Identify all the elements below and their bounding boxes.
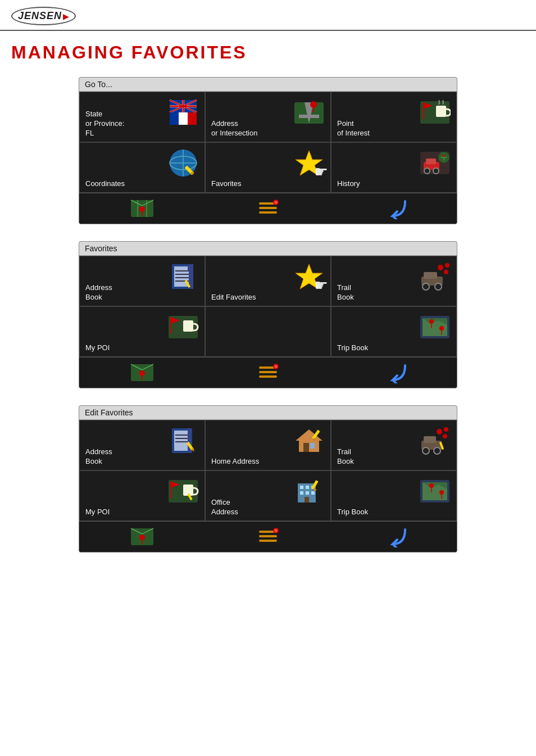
svg-point-57 xyxy=(435,283,442,290)
editfav-screen-title: Edit Favorites xyxy=(79,406,457,420)
history-label: History xyxy=(337,179,360,189)
svg-rect-88 xyxy=(303,443,309,452)
svg-point-95 xyxy=(434,447,440,454)
mypoi-edit-icon xyxy=(166,476,200,506)
editfav-bottom-bar xyxy=(79,521,457,552)
svg-marker-53 xyxy=(296,264,322,289)
fav-map-btn[interactable] xyxy=(79,357,205,388)
svg-point-56 xyxy=(423,283,429,290)
tripbook-edit-cell[interactable]: Trip Book xyxy=(331,470,457,521)
addrbook-cell[interactable]: AddressBook xyxy=(79,256,205,306)
tripbook-cell[interactable]: Trip Book xyxy=(331,306,457,357)
goto-map-btn[interactable] xyxy=(79,193,205,224)
state-icon xyxy=(166,97,200,128)
svg-rect-12 xyxy=(188,112,197,125)
screen-container: Go To... xyxy=(0,69,536,561)
svg-point-98 xyxy=(443,434,447,438)
fav-back-btn[interactable] xyxy=(331,357,457,388)
editfav-menu-btn[interactable] xyxy=(205,522,331,552)
goto-grid: Stateor Province:FL Addressor Intersect xyxy=(79,92,457,193)
trailbook-edit-icon xyxy=(418,425,452,456)
trailbook-icon xyxy=(418,261,452,292)
trailbook-label: TrailBook xyxy=(337,283,354,302)
goto-title: Go To... xyxy=(79,78,457,92)
mypoi-cell[interactable]: My POI xyxy=(79,306,205,357)
svg-point-31 xyxy=(433,168,439,174)
svg-marker-26 xyxy=(296,151,322,175)
trailbook-edit-label: TrailBook xyxy=(337,447,354,467)
svg-point-119 xyxy=(439,490,444,495)
coords-cell[interactable]: Coordinates xyxy=(79,142,205,193)
editfav-cell[interactable]: Edit Favorites xyxy=(205,256,331,306)
editfav-grid: AddressBook Home Address xyxy=(79,420,457,521)
poi-cell[interactable]: Pointof Interest xyxy=(331,92,457,142)
trailbook-cell[interactable]: TrailBook xyxy=(331,256,457,306)
tripbook-icon xyxy=(418,311,452,342)
favorites-title: Favorites xyxy=(79,242,457,256)
editfav-icon xyxy=(292,261,326,292)
svg-point-30 xyxy=(424,168,430,174)
favorites-label: Favorites xyxy=(211,179,241,189)
svg-point-97 xyxy=(444,427,448,432)
officeaddr-icon xyxy=(292,476,326,506)
header: JENSEN ▶ xyxy=(0,0,536,31)
svg-rect-109 xyxy=(300,491,303,495)
svg-rect-55 xyxy=(424,272,437,279)
logo: JENSEN ▶ xyxy=(11,7,76,25)
fav-menu-btn[interactable] xyxy=(205,357,331,388)
svg-rect-62 xyxy=(183,320,193,332)
svg-rect-11 xyxy=(179,112,188,125)
goto-back-btn[interactable] xyxy=(331,193,457,224)
goto-screen: Go To... xyxy=(79,77,457,224)
addrbook-edit-icon xyxy=(166,425,200,456)
state-label: Stateor Province:FL xyxy=(85,110,124,138)
poi-label: Pointof Interest xyxy=(337,119,370,138)
svg-point-128 xyxy=(274,529,278,532)
svg-rect-41 xyxy=(259,211,277,214)
svg-point-60 xyxy=(444,270,448,274)
state-cell[interactable]: Stateor Province:FL xyxy=(79,92,205,142)
svg-rect-107 xyxy=(306,486,309,489)
address-cell[interactable]: Addressor Intersection xyxy=(205,92,331,142)
svg-point-78 xyxy=(274,365,278,368)
trailbook-edit-cell[interactable]: TrailBook xyxy=(331,420,457,470)
empty-cell xyxy=(205,306,331,357)
svg-point-59 xyxy=(445,263,449,268)
tripbook-edit-label: Trip Book xyxy=(337,508,368,517)
coords-icon xyxy=(166,147,200,178)
favorites-screen: Favorites xyxy=(79,241,457,388)
goto-menu-btn[interactable] xyxy=(205,193,331,224)
tripbook-label: Trip Book xyxy=(337,343,368,353)
editfav-screen: Edit Favorites xyxy=(79,405,457,553)
favorites-grid: AddressBook Edit Favorites xyxy=(79,256,457,357)
svg-point-37 xyxy=(139,206,145,212)
favorites-icon xyxy=(292,147,326,178)
editfav-back-btn[interactable] xyxy=(331,522,457,552)
svg-rect-80 xyxy=(174,431,190,451)
mypoi-label: My POI xyxy=(85,343,110,353)
addrbook-edit-cell[interactable]: AddressBook xyxy=(79,420,205,470)
svg-rect-84 xyxy=(188,428,191,453)
svg-point-43 xyxy=(274,201,278,204)
svg-point-94 xyxy=(423,447,429,454)
svg-point-14 xyxy=(310,101,317,108)
svg-point-122 xyxy=(139,535,145,540)
officeaddr-cell[interactable]: OfficeAddress xyxy=(205,470,331,521)
goto-bottom-bar xyxy=(79,193,457,224)
svg-point-69 xyxy=(439,326,444,331)
addrbook-label: AddressBook xyxy=(85,283,112,302)
svg-rect-89 xyxy=(310,443,315,449)
history-cell[interactable]: History xyxy=(331,142,457,193)
mypoi-edit-cell[interactable]: My POI xyxy=(79,470,205,521)
svg-rect-75 xyxy=(259,371,277,373)
svg-rect-106 xyxy=(300,486,303,489)
favorites-cell[interactable]: Favorites xyxy=(205,142,331,193)
homeaddr-icon xyxy=(292,425,326,456)
svg-point-96 xyxy=(437,429,442,434)
editfav-map-btn[interactable] xyxy=(79,522,205,552)
logo-arrow: ▶ xyxy=(63,12,69,21)
homeaddr-cell[interactable]: Home Address xyxy=(205,420,331,470)
svg-point-58 xyxy=(438,265,443,270)
address-label: Addressor Intersection xyxy=(211,119,257,138)
tripbook-edit-icon xyxy=(418,476,452,506)
